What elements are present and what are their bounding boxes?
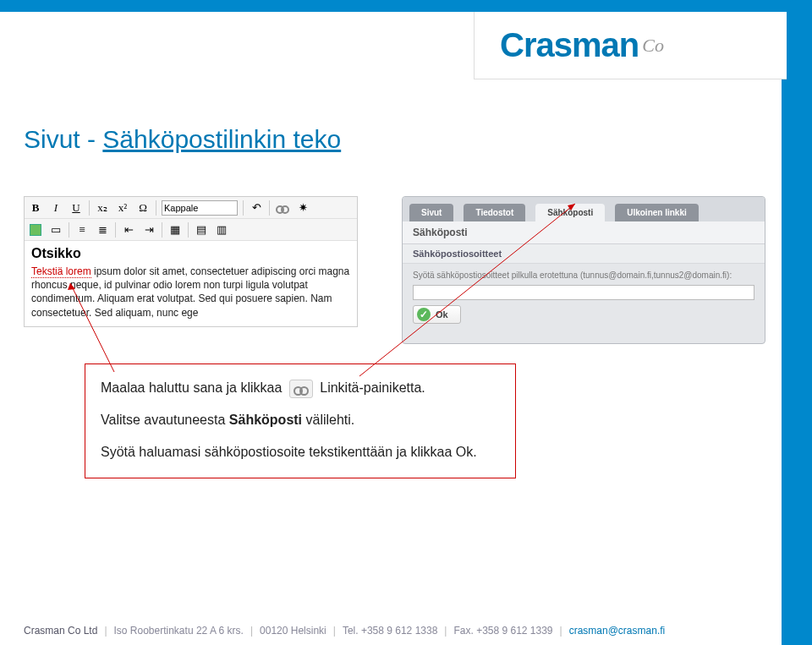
source-button[interactable]: ▭ <box>48 222 63 238</box>
title-prefix: Sivut - <box>24 125 102 153</box>
instruction-line-1: Maalaa haluttu sana ja klikkaa Linkitä-p… <box>101 378 500 398</box>
ok-button[interactable]: ✓ Ok <box>413 305 461 324</box>
footer: Crasman Co Ltd | Iso Roobertinkatu 22 A … <box>24 625 770 637</box>
tab-sivut[interactable]: Sivut <box>409 204 453 221</box>
separator: | <box>250 625 253 637</box>
instruction-box: Maalaa haluttu sana ja klikkaa Linkitä-p… <box>85 363 516 478</box>
dialog-tabs: Sivut Tiedostot Sähköposti Ulkoinen link… <box>403 197 765 221</box>
link-dialog: Sivut Tiedostot Sähköposti Ulkoinen link… <box>402 196 765 344</box>
logo-sub: Co <box>642 35 664 57</box>
separator: | <box>444 625 447 637</box>
indent-button[interactable]: ⇥ <box>141 222 156 238</box>
separator <box>115 222 116 238</box>
tab-sahkoposti[interactable]: Sähköposti <box>535 204 605 221</box>
ok-label: Ok <box>436 309 448 320</box>
insert-col-button[interactable]: ▥ <box>214 222 229 238</box>
underline-button[interactable]: U <box>69 200 84 216</box>
link-icon <box>289 380 313 398</box>
separator <box>188 222 189 238</box>
footer-postal: 00120 Helsinki <box>260 625 326 637</box>
selected-text: Tekstiä lorem <box>31 265 91 278</box>
list-button[interactable]: ≡ <box>74 222 90 238</box>
editor-heading: Otsikko <box>25 241 357 265</box>
email-input[interactable] <box>413 285 754 300</box>
highlight-button[interactable]: ✷ <box>295 200 310 216</box>
separator: | <box>104 625 107 637</box>
header-bar <box>0 0 812 12</box>
separator <box>69 222 69 238</box>
logo: Crasman Co <box>474 12 787 79</box>
footer-address: Iso Roobertinkatu 22 A 6 krs. <box>114 625 244 637</box>
omega-button[interactable]: Ω <box>135 200 151 216</box>
bold-button[interactable]: B <box>28 200 43 216</box>
dialog-body: Syötä sähköpostiosoitteet pilkulla erote… <box>403 264 765 331</box>
table-button[interactable]: ▦ <box>167 222 183 238</box>
link-button[interactable] <box>275 200 290 216</box>
separator <box>89 200 90 216</box>
instr-bold: Sähköposti <box>229 413 302 427</box>
italic-button[interactable]: I <box>48 200 63 216</box>
instr-text: välilehti. <box>302 413 354 427</box>
footer-email: crasman@crasman.fi <box>569 625 666 637</box>
instruction-line-3: Syötä haluamasi sähköpostiosoite tekstik… <box>101 442 500 462</box>
dialog-subheader: Sähköposti <box>403 221 765 244</box>
editor-panel: B I U x₂ x² Ω Kappale ↶ ✷ ▭ ≡ ≣ ⇤ ⇥ ▦ ▤ … <box>24 196 358 327</box>
editor-body[interactable]: Tekstiä lorem ipsum dolor sit amet, cons… <box>25 265 357 320</box>
superscript-button[interactable]: x² <box>115 200 130 216</box>
separator <box>162 222 162 238</box>
insert-row-button[interactable]: ▤ <box>194 222 209 238</box>
editor-toolbar-row-1: B I U x₂ x² Ω Kappale ↶ ✷ <box>25 197 357 219</box>
title-link: Sähköpostilinkin teko <box>102 125 341 153</box>
separator <box>156 200 156 216</box>
separator: | <box>333 625 336 637</box>
ordered-list-button[interactable]: ≣ <box>95 222 110 238</box>
undo-button[interactable]: ↶ <box>249 200 264 216</box>
dialog-hint: Syötä sähköpostiosoitteet pilkulla erote… <box>413 271 754 280</box>
tab-ulkoinen-linkki[interactable]: Ulkoinen linkki <box>615 204 699 221</box>
checkmark-icon: ✓ <box>417 308 431 321</box>
separator: | <box>560 625 562 637</box>
outdent-button[interactable]: ⇤ <box>121 222 136 238</box>
tab-tiedostot[interactable]: Tiedostot <box>464 204 525 221</box>
editor-toolbar-row-2: ▭ ≡ ≣ ⇤ ⇥ ▦ ▤ ▥ <box>25 219 357 241</box>
style-select[interactable]: Kappale <box>162 200 238 216</box>
footer-company: Crasman Co Ltd <box>24 625 97 637</box>
instruction-line-2: Valitse avautuneesta Sähköposti välileht… <box>101 410 500 430</box>
instr-text: Valitse avautuneesta <box>101 413 229 427</box>
side-bar <box>782 0 812 645</box>
image-button[interactable] <box>28 222 43 238</box>
separator <box>243 200 244 216</box>
logo-main: Crasman <box>500 26 639 64</box>
instr-text: Maalaa haluttu sana ja klikkaa <box>101 380 282 395</box>
subscript-button[interactable]: x₂ <box>95 200 110 216</box>
image-icon <box>30 224 41 236</box>
footer-tel: Tel. +358 9 612 1338 <box>343 625 437 637</box>
footer-fax: Fax. +358 9 612 1339 <box>453 625 552 637</box>
link-icon <box>275 203 290 213</box>
instr-text: Linkitä-painiketta. <box>320 380 425 395</box>
page-title: Sivut - Sähköpostilinkin teko <box>24 125 341 154</box>
dialog-section-title: Sähköpostiosoitteet <box>403 244 765 264</box>
separator <box>269 200 270 216</box>
